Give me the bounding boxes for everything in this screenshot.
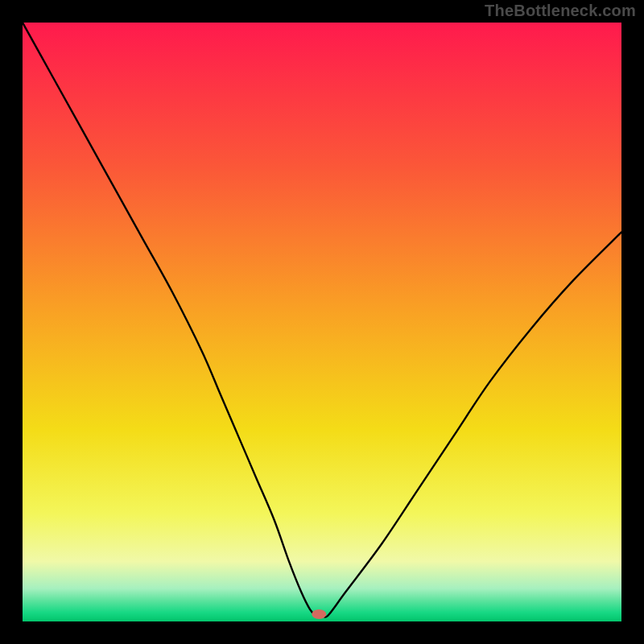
chart-container: TheBottleneck.com [0,0,644,644]
plot-area [23,23,621,621]
watermark-text: TheBottleneck.com [485,2,636,20]
bottleneck-point-icon [312,609,326,619]
gradient-background [23,23,621,621]
chart-svg [23,23,621,621]
